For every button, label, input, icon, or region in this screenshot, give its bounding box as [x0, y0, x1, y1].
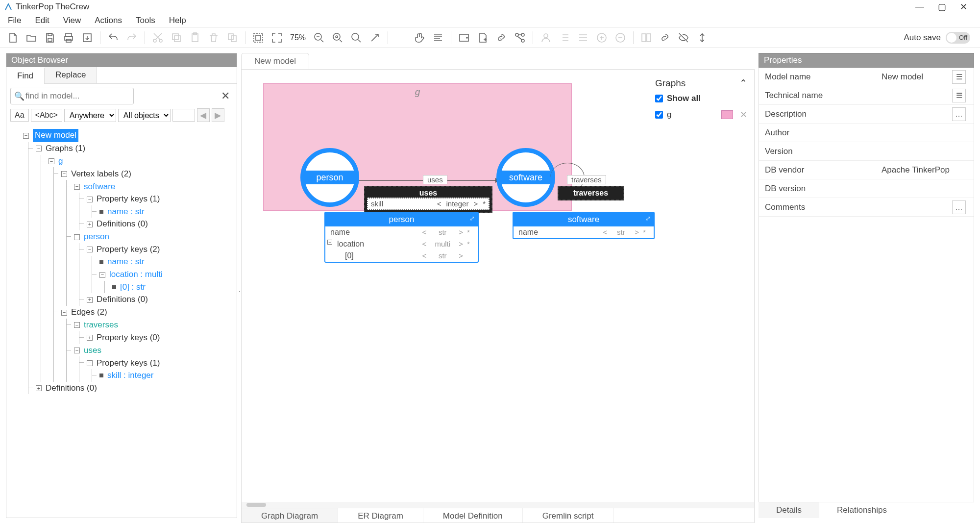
remove-circle-button[interactable] — [612, 29, 629, 47]
user-button[interactable] — [537, 29, 555, 47]
menu-edit[interactable]: Edit — [29, 14, 55, 27]
graph-g-label[interactable]: g — [667, 110, 671, 120]
redo-button[interactable] — [123, 29, 141, 47]
tree-graphs[interactable]: Graphs (1) — [46, 143, 85, 155]
expand-icon[interactable]: ⤢ — [469, 215, 475, 222]
expand-button[interactable] — [366, 29, 384, 47]
model-tree[interactable]: −New model −Graphs (1) −g −Vertex labels… — [6, 126, 237, 518]
collapse-button[interactable] — [693, 29, 711, 47]
filter-text[interactable] — [172, 109, 195, 122]
prop-dbvendor-select[interactable]: Apache TinkerPop — [877, 165, 974, 175]
window-minimize-icon[interactable]: — — [915, 1, 924, 12]
graph-g-remove-icon[interactable]: ✕ — [737, 109, 747, 120]
zoom-in-button[interactable] — [347, 29, 365, 47]
prop-adjust-icon[interactable]: ☰ — [952, 70, 966, 84]
prop-adjust-icon[interactable]: ☰ — [952, 89, 966, 102]
tree-software-name[interactable]: name : str — [107, 206, 145, 218]
splitter-right-icon[interactable]: ⋮ — [0, 262, 3, 270]
prop-model-name-value[interactable]: New model — [882, 72, 952, 82]
canvas[interactable]: g person software uses uses — [241, 69, 755, 523]
filter-word[interactable]: <Abc> — [31, 109, 62, 122]
select-all-button[interactable] — [249, 29, 267, 47]
filter-where[interactable]: Anywhere — [64, 109, 116, 122]
tree-g[interactable]: g — [58, 155, 63, 168]
window-maximize-icon[interactable]: ▢ — [938, 1, 946, 12]
delete-button[interactable] — [205, 29, 222, 47]
zoom-level[interactable]: 75% — [287, 32, 309, 44]
filter-next-icon[interactable]: ▶ — [212, 108, 224, 122]
vertex-software[interactable]: software — [496, 148, 555, 207]
tab-replace[interactable]: Replace — [45, 67, 97, 83]
tree-person-name[interactable]: name : str — [107, 256, 145, 268]
open-button[interactable] — [23, 29, 40, 47]
undo-button[interactable] — [104, 29, 122, 47]
add-document-button[interactable] — [474, 29, 491, 47]
autosave-toggle[interactable]: Off — [946, 32, 970, 44]
tab-find[interactable]: Find — [6, 68, 45, 84]
graph-g-checkbox[interactable] — [655, 111, 663, 119]
rp-tab-relationships[interactable]: Relationships — [819, 502, 905, 518]
chevron-up-icon[interactable]: ⌃ — [739, 77, 747, 89]
graph-g-color-swatch[interactable] — [721, 110, 733, 119]
list-button[interactable] — [556, 29, 573, 47]
tree-vlabels[interactable]: Vertex labels (2) — [71, 168, 131, 180]
vtab-model-def[interactable]: Model Definition — [423, 508, 523, 523]
tree-software-pk[interactable]: Property keys (1) — [97, 193, 160, 205]
search-input[interactable] — [10, 88, 134, 104]
tree-software-defs[interactable]: Definitions (0) — [97, 218, 148, 230]
entity-person[interactable]: person⤢ name<str>* −location<multi>* [0]… — [324, 212, 479, 263]
tree-person-defs[interactable]: Definitions (0) — [97, 294, 148, 306]
split-button[interactable] — [637, 29, 655, 47]
tree-root[interactable]: New model — [33, 129, 78, 142]
rp-tab-details[interactable]: Details — [759, 502, 819, 518]
add-container-button[interactable] — [455, 29, 473, 47]
menu-tools[interactable]: Tools — [130, 14, 161, 27]
link-toggle-button[interactable] — [656, 29, 674, 47]
duplicate-button[interactable] — [223, 29, 241, 47]
tree-traverses[interactable]: traverses — [84, 319, 118, 331]
filter-what[interactable]: All objects — [118, 109, 171, 122]
visibility-off-button[interactable] — [675, 29, 692, 47]
entity-software[interactable]: software⤢ name<str>* — [513, 212, 655, 239]
vtab-gremlin[interactable]: Gremlin script — [523, 508, 614, 523]
vtab-er-diagram[interactable]: ER Diagram — [338, 508, 423, 523]
tree-uses[interactable]: uses — [84, 345, 101, 357]
edge-traverses-band[interactable]: traverses — [558, 186, 624, 200]
window-close-icon[interactable]: ✕ — [960, 1, 967, 12]
new-file-button[interactable] — [4, 29, 22, 47]
edge-uses-band[interactable]: uses skill < integer > * — [364, 186, 492, 213]
zoom-reset-button[interactable] — [329, 29, 346, 47]
expand-icon[interactable]: ⤢ — [645, 215, 651, 222]
menu-help[interactable]: Help — [163, 14, 192, 27]
show-all-checkbox[interactable] — [655, 95, 663, 102]
prop-more-icon[interactable]: … — [952, 107, 966, 121]
search-clear-icon[interactable]: ✕ — [218, 90, 233, 102]
tree-uses-pk[interactable]: Property keys (1) — [97, 357, 160, 370]
pointer-button[interactable] — [392, 29, 410, 47]
save-button[interactable] — [41, 29, 59, 47]
menu-actions[interactable]: Actions — [89, 14, 128, 27]
tree-person-loc0[interactable]: [0] : str — [120, 281, 146, 294]
print-button[interactable] — [60, 29, 77, 47]
export-button[interactable] — [78, 29, 96, 47]
filter-prev-icon[interactable]: ◀ — [197, 108, 210, 122]
add-circle-button[interactable] — [593, 29, 611, 47]
fit-screen-button[interactable] — [268, 29, 286, 47]
tree-defs[interactable]: Definitions (0) — [46, 382, 97, 395]
paste-button[interactable] — [186, 29, 204, 47]
prop-more-icon[interactable]: … — [952, 200, 966, 214]
edge-uses-label[interactable]: uses — [423, 175, 447, 184]
list2-button[interactable] — [574, 29, 592, 47]
tree-edges[interactable]: Edges (2) — [71, 306, 107, 319]
copy-button[interactable] — [168, 29, 185, 47]
filter-case[interactable]: Aa — [10, 109, 29, 122]
edge-traverses-label[interactable]: traverses — [567, 175, 606, 184]
menu-view[interactable]: View — [57, 14, 87, 27]
zoom-out-button[interactable] — [310, 29, 328, 47]
tree-person[interactable]: person — [84, 231, 109, 243]
vertex-person[interactable]: person — [300, 148, 359, 207]
tree-person-loc[interactable]: location : multi — [109, 269, 163, 281]
tree-software[interactable]: software — [84, 181, 115, 193]
add-link-button[interactable] — [492, 29, 510, 47]
tree-person-pk[interactable]: Property keys (2) — [97, 244, 160, 256]
